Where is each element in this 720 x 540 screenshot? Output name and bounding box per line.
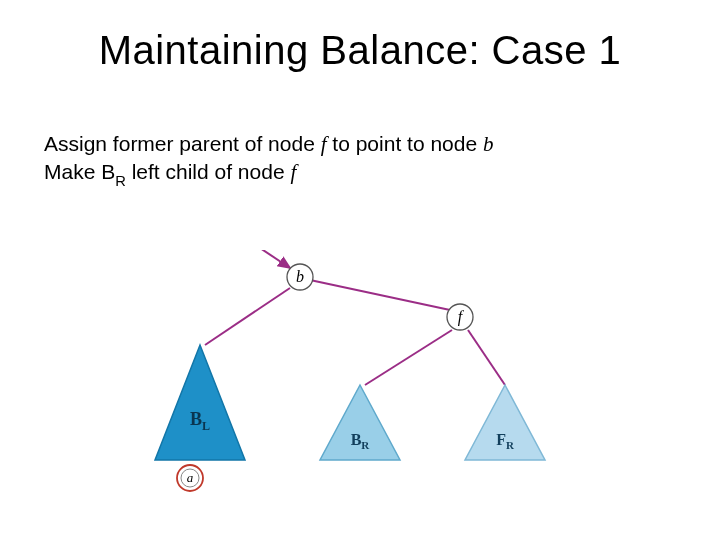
text-frag: left child of node	[126, 160, 291, 183]
var-f: f	[290, 160, 296, 184]
FR-base: F	[496, 431, 506, 448]
subtree-FR: FR	[465, 385, 545, 460]
edge-incoming	[260, 250, 290, 268]
text-frag: Assign former parent of node	[44, 132, 321, 155]
text-frag: to point to node	[327, 132, 483, 155]
BL-base: B	[190, 409, 202, 429]
node-f: f	[447, 304, 473, 330]
slide-title: Maintaining Balance: Case 1	[0, 28, 720, 73]
var-b: b	[483, 132, 494, 156]
slide-body: Assign former parent of node f to point …	[44, 130, 493, 190]
subtree-BL: BL	[155, 345, 245, 460]
BR-sub: R	[361, 439, 370, 451]
node-b-label: b	[296, 268, 304, 285]
body-line-2: Make BR left child of node f	[44, 158, 493, 190]
edge-f-BR	[365, 330, 452, 385]
BR-base: B	[351, 431, 362, 448]
subtree-BR: BR	[320, 385, 400, 460]
text-frag: Make	[44, 160, 101, 183]
node-a-label: a	[187, 470, 194, 485]
var-BR: BR	[101, 160, 126, 183]
var-B: B	[101, 160, 115, 183]
sub-R: R	[115, 173, 126, 189]
edge-f-FR	[468, 330, 505, 385]
node-b: b	[287, 264, 313, 290]
edge-b-f	[310, 280, 450, 310]
FR-sub: R	[506, 439, 515, 451]
tree-diagram: b f BL BR	[150, 250, 570, 510]
edge-b-BL	[205, 288, 290, 345]
diagram-svg: b f BL BR	[150, 250, 570, 510]
body-line-1: Assign former parent of node f to point …	[44, 130, 493, 158]
BL-sub: L	[202, 419, 210, 433]
node-a: a	[177, 465, 203, 491]
